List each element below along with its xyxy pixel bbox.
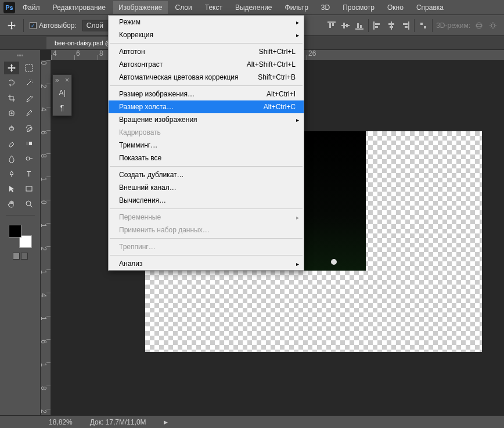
align-group: 3D-режим: — [326, 19, 498, 32]
menu-item[interactable]: Показать все — [109, 152, 304, 164]
zoom-tool[interactable] — [21, 197, 37, 210]
menu-view[interactable]: Просмотр — [337, 1, 380, 14]
menu-item[interactable]: АвтотонShift+Ctrl+L — [109, 45, 304, 58]
orbit-3d-icon[interactable] — [474, 21, 484, 30]
close-icon[interactable]: × — [65, 76, 69, 84]
menu-item[interactable]: Размер холста…Alt+Ctrl+C — [109, 100, 304, 113]
character-panel[interactable]: »× A| ¶ — [52, 74, 72, 116]
clone-stamp-tool[interactable] — [4, 122, 19, 135]
distribute-icon[interactable] — [418, 21, 429, 30]
menu-item-label: Анализ — [119, 260, 143, 268]
menu-text[interactable]: Текст — [200, 1, 228, 14]
menu-edit[interactable]: Редактирование — [48, 1, 111, 14]
gradient-tool[interactable] — [21, 137, 37, 150]
menu-item[interactable]: Вычисления… — [109, 194, 304, 207]
panel-collapse-icon[interactable]: » — [55, 76, 59, 84]
move-tool[interactable] — [4, 62, 19, 74]
menu-item: Применить набор данных… — [109, 224, 304, 236]
history-brush-tool[interactable] — [21, 122, 37, 135]
menu-item[interactable]: Анализ — [109, 257, 304, 270]
svg-rect-16 — [403, 23, 408, 25]
type-tool[interactable]: T — [21, 167, 37, 180]
toolbox: T — [0, 50, 41, 415]
svg-rect-23 — [26, 64, 33, 71]
foreground-color[interactable] — [9, 225, 21, 238]
menu-item[interactable]: Коррекция — [109, 28, 304, 41]
menu-item[interactable]: Размер изображения…Alt+Ctrl+I — [109, 88, 304, 100]
gear-icon[interactable] — [488, 21, 498, 30]
separator — [6, 215, 35, 215]
menu-item[interactable]: Тримминг… — [109, 139, 304, 152]
menu-item: Кадрировать — [109, 126, 304, 139]
menu-item-label: Кадрировать — [119, 128, 161, 136]
magic-wand-tool[interactable] — [21, 77, 37, 89]
blur-tool[interactable] — [4, 152, 19, 165]
svg-point-27 — [26, 157, 30, 160]
svg-rect-12 — [391, 21, 392, 30]
menu-item-shortcut: Alt+Ctrl+C — [264, 103, 296, 111]
color-swatches[interactable] — [9, 225, 32, 248]
align-top-icon[interactable] — [326, 21, 337, 30]
svg-rect-4 — [343, 23, 345, 28]
menu-item[interactable]: Автоматическая цветовая коррекцияShift+C… — [109, 71, 304, 84]
menu-item-shortcut: Alt+Ctrl+I — [267, 90, 296, 98]
menu-window[interactable]: Окно — [382, 1, 409, 14]
align-hcenter-icon[interactable] — [386, 21, 397, 30]
marquee-tool[interactable] — [21, 62, 37, 74]
paragraph-panel-icon[interactable]: ¶ — [53, 100, 71, 116]
separator — [23, 19, 24, 32]
menu-select[interactable]: Выделение — [230, 1, 278, 14]
menu-item[interactable]: Режим — [109, 16, 304, 28]
svg-rect-2 — [332, 23, 334, 26]
quick-mask-toggle[interactable] — [13, 253, 28, 260]
menu-item-shortcut: Shift+Ctrl+B — [258, 73, 296, 81]
status-menu-arrow[interactable]: ▶ — [164, 419, 168, 425]
path-select-tool[interactable] — [4, 182, 19, 195]
svg-rect-7 — [357, 23, 359, 28]
move-tool-icon[interactable] — [6, 21, 17, 30]
menu-item-label: Вращение изображения — [119, 116, 197, 124]
menu-filter[interactable]: Фильтр — [280, 1, 314, 14]
healing-brush-tool[interactable] — [4, 107, 19, 120]
svg-rect-1 — [329, 23, 331, 28]
menu-item[interactable]: Создать дубликат… — [109, 168, 304, 181]
separator — [414, 19, 415, 32]
brush-tool[interactable] — [21, 107, 37, 120]
panel-grip[interactable] — [12, 55, 29, 58]
crop-tool[interactable] — [4, 92, 19, 105]
menu-item-label: Автоматическая цветовая коррекция — [119, 73, 239, 81]
status-bar: 18,82% Док: 17,7M/11,0M ▶ — [0, 415, 504, 428]
svg-point-20 — [476, 23, 482, 28]
menu-item[interactable]: АвтоконтрастAlt+Shift+Ctrl+L — [109, 58, 304, 71]
auto-select-label: Автовыбор: — [39, 21, 77, 30]
menu-help[interactable]: Справка — [411, 1, 449, 14]
menu-item-label: Показать все — [119, 154, 161, 162]
lasso-tool[interactable] — [4, 77, 19, 89]
character-panel-icon[interactable]: A| — [53, 85, 71, 100]
align-vcenter-icon[interactable] — [340, 21, 351, 30]
align-right-icon[interactable] — [400, 21, 411, 30]
separator — [368, 19, 369, 32]
svg-rect-9 — [373, 21, 375, 30]
dodge-tool[interactable] — [21, 152, 37, 165]
align-left-icon[interactable] — [372, 21, 383, 30]
hand-tool[interactable] — [4, 197, 19, 210]
menu-item[interactable]: Вращение изображения — [109, 113, 304, 126]
shape-tool[interactable] — [21, 182, 37, 195]
eyedropper-tool[interactable] — [21, 92, 37, 105]
zoom-level[interactable]: 18,82% — [49, 418, 73, 426]
align-bottom-icon[interactable] — [354, 21, 365, 30]
auto-select-checkbox[interactable]: ✓Автовыбор: — [30, 21, 77, 30]
menu-3d[interactable]: 3D — [316, 1, 335, 14]
menu-item[interactable]: Внешний канал… — [109, 181, 304, 194]
pen-tool[interactable] — [4, 167, 19, 180]
eraser-tool[interactable] — [4, 137, 19, 150]
svg-rect-29 — [26, 186, 32, 191]
menu-file[interactable]: Файл — [17, 1, 45, 14]
menu-layers[interactable]: Слои — [170, 1, 197, 14]
ruler-vertical[interactable]: 02468101214161820 — [41, 60, 51, 415]
menu-item-label: Создать дубликат… — [119, 171, 184, 179]
menu-image[interactable]: Изображение — [113, 1, 168, 14]
menu-item-label: Автоконтраст — [119, 60, 163, 69]
svg-rect-10 — [375, 23, 380, 25]
